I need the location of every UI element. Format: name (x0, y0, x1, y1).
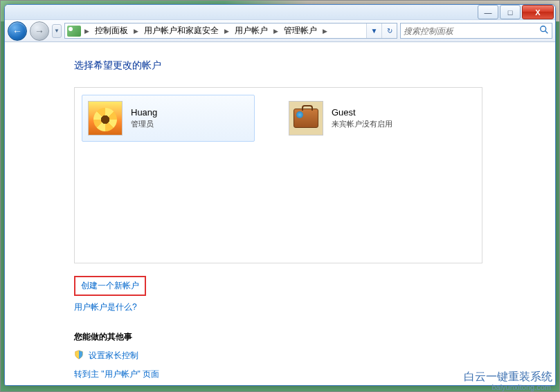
avatar-suitcase-icon (289, 101, 323, 136)
account-tile-huang[interactable]: Huang 管理员 (82, 95, 255, 142)
window-titlebar: — □ X (5, 5, 555, 20)
goto-main-accounts-link[interactable]: 转到主 "用户帐户" 页面 (74, 367, 159, 382)
svg-line-1 (545, 31, 548, 34)
breadcrumb-manage-accounts[interactable]: 管理帐户 (280, 24, 321, 38)
avatar-flower-icon (88, 101, 123, 136)
breadcrumb-sep-icon: ▶ (83, 28, 91, 35)
minimize-button[interactable]: — (478, 5, 498, 19)
maximize-button[interactable]: □ (500, 5, 521, 19)
highlight-annotation: 创建一个新帐户 (74, 276, 146, 296)
location-icon (67, 26, 81, 37)
breadcrumb-control-panel[interactable]: 控制面板 (91, 24, 132, 38)
breadcrumb-sep-icon: ▶ (272, 28, 280, 35)
back-button[interactable]: ← (8, 21, 27, 41)
breadcrumb-sep-icon: ▶ (321, 28, 329, 35)
accounts-list: Huang 管理员 Guest 来宾帐户没有启用 (74, 87, 482, 263)
refresh-button[interactable]: ↻ (381, 24, 397, 38)
breadcrumb-user-accounts[interactable]: 用户帐户 (231, 24, 272, 38)
account-name: Guest (332, 107, 392, 118)
create-new-account-link[interactable]: 创建一个新帐户 (81, 279, 139, 293)
account-role: 来宾帐户没有启用 (332, 119, 392, 129)
parental-controls-link[interactable]: 设置家长控制 (89, 348, 138, 363)
control-panel-window: — □ X ← → ▼ ▶ 控制面板 ▶ 用户帐户和家庭安全 ▶ 用户帐户 ▶ … (4, 4, 556, 386)
shield-icon (74, 350, 84, 360)
account-tile-guest[interactable]: Guest 来宾帐户没有启用 (282, 95, 455, 142)
breadcrumb-sep-icon: ▶ (132, 28, 140, 35)
navigation-bar: ← → ▼ ▶ 控制面板 ▶ 用户帐户和家庭安全 ▶ 用户帐户 ▶ 管理帐户 ▶… (5, 20, 555, 42)
history-dropdown[interactable]: ▼ (52, 24, 62, 38)
other-things-heading: 您能做的其他事 (74, 331, 555, 343)
breadcrumb-sep-icon: ▶ (223, 28, 231, 35)
search-box[interactable] (400, 23, 552, 39)
address-bar[interactable]: ▶ 控制面板 ▶ 用户帐户和家庭安全 ▶ 用户帐户 ▶ 管理帐户 ▶ ▼ ↻ (64, 23, 397, 39)
search-input[interactable] (404, 26, 539, 36)
content-area: 选择希望更改的帐户 Huang 管理员 Guest 来宾帐户没有启用 创建一个 (5, 42, 555, 385)
forward-button[interactable]: → (30, 21, 49, 41)
breadcrumb-user-accounts-safety[interactable]: 用户帐户和家庭安全 (140, 24, 223, 38)
search-icon[interactable] (539, 25, 549, 37)
account-name: Huang (131, 107, 157, 118)
svg-point-0 (541, 26, 546, 32)
close-button[interactable]: X (522, 5, 554, 19)
what-is-user-account-link[interactable]: 用户帐户是什么? (74, 300, 137, 315)
account-role: 管理员 (131, 119, 157, 129)
address-dropdown[interactable]: ▼ (366, 24, 381, 38)
page-title: 选择希望更改的帐户 (74, 59, 555, 72)
